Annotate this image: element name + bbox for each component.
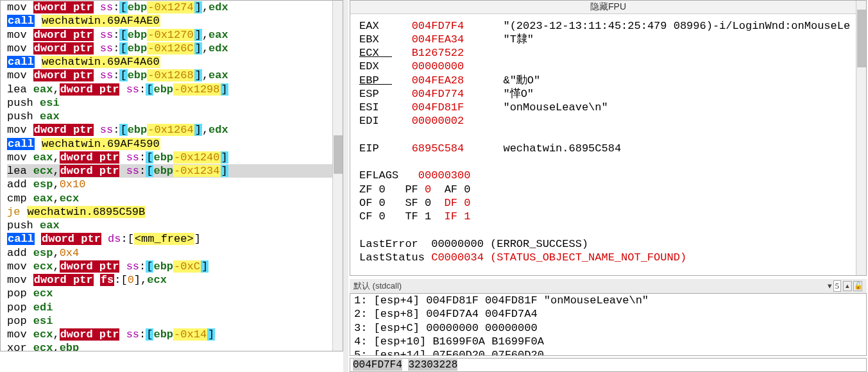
flags-row[interactable]: ZF 0 PF 0 AF 0 — [359, 183, 857, 196]
chevron-down-icon[interactable]: ▾ — [828, 281, 832, 291]
eflags-row[interactable]: EFLAGS 00000300 — [359, 169, 857, 182]
disasm-line[interactable]: mov dword ptr ss:[ebp-0x1268],eax — [7, 69, 337, 82]
eip-row[interactable]: EIP 6895C584 wechatwin.6895C584 — [359, 142, 857, 155]
spin-up-icon[interactable]: ▴ — [843, 281, 852, 291]
scrollbar[interactable] — [332, 1, 343, 351]
register-row[interactable]: ECX B1267522 — [359, 46, 857, 60]
disasm-line[interactable]: add esp,0x4 — [7, 246, 337, 260]
register-row[interactable]: ESI 004FD81F "onMouseLeave\n" — [359, 101, 857, 114]
disasm-line[interactable]: add esp,0x10 — [7, 178, 337, 191]
lasterror-row[interactable]: LastError 00000000 (ERROR_SUCCESS) — [359, 237, 857, 251]
call-convention-bar: 默认 (stdcall) ▾ 5 ▴ 🔓 — [350, 279, 867, 293]
disasm-line[interactable]: call dword ptr ds:[<mm_free>] — [7, 232, 337, 246]
disasm-line[interactable]: call wechatwin.69AF4A60 — [7, 55, 337, 69]
vertical-splitter[interactable] — [343, 0, 348, 372]
stack-param-row[interactable]: 1: [esp+4] 004FD81F 004FD81F "onMouseLea… — [350, 294, 866, 307]
register-row[interactable]: EDX 00000000 — [359, 60, 857, 73]
disasm-line[interactable]: mov dword ptr ss:[ebp-0x1264],edx — [7, 123, 337, 137]
disasm-line[interactable]: mov dword ptr fs:[0],ecx — [7, 273, 337, 287]
stack-params-pane[interactable]: 1: [esp+4] 004FD81F 004FD81F "onMouseLea… — [350, 293, 867, 356]
register-row[interactable]: EBX 004FEA34 "T隸" — [359, 33, 857, 46]
disasm-line[interactable]: mov dword ptr ss:[ebp-0x126C],edx — [7, 42, 337, 55]
register-row[interactable]: EBP 004FEA28 &"勳O" — [359, 74, 857, 87]
hide-fpu-button[interactable]: 隐藏FPU — [350, 1, 866, 14]
stack-param-row[interactable]: 5: [esp+14] 07F60D20 07F60D20 — [350, 348, 866, 356]
disasm-line[interactable]: mov ecx,dword ptr ss:[ebp-0xC] — [7, 260, 337, 273]
disasm-line[interactable]: push eax — [7, 110, 337, 123]
disasm-line[interactable]: mov dword ptr ss:[ebp-0x1270],eax — [7, 28, 337, 42]
disasm-line[interactable]: mov eax,dword ptr ss:[ebp-0x1240] — [7, 151, 337, 164]
disassembly-list[interactable]: mov dword ptr ss:[ebp-0x1274],edxcall we… — [1, 1, 343, 351]
disassembly-pane[interactable]: mov dword ptr ss:[ebp-0x1274],edxcall we… — [0, 0, 343, 351]
disasm-line[interactable]: je wechatwin.6895C59B — [7, 205, 337, 219]
disasm-line[interactable]: call wechatwin.69AF4590 — [7, 137, 337, 151]
register-row[interactable]: ESP 004FD774 "愅O" — [359, 87, 857, 101]
dump-row[interactable]: 004FD7F4 32303228 — [350, 359, 866, 371]
disasm-line[interactable]: cmp eax,ecx — [7, 192, 337, 205]
stack-param-row[interactable]: 3: [esp+C] 00000000 00000000 — [350, 321, 866, 335]
stack-param-row[interactable]: 2: [esp+8] 004FD7A4 004FD7A4 — [350, 307, 866, 321]
disasm-line[interactable]: lea ecx,dword ptr ss:[ebp-0x1234] — [7, 164, 337, 178]
register-row[interactable]: EAX 004FD7F4 "(2023-12-13:11:45:25:479 0… — [359, 19, 857, 33]
registers-pane[interactable]: 隐藏FPU EAX 004FD7F4 "(2023-12-13:11:45:25… — [350, 0, 867, 276]
disasm-line[interactable]: xor ecx,ebp — [7, 341, 337, 351]
laststatus-row[interactable]: LastStatus C0000034 (STATUS_OBJECT_NAME_… — [359, 251, 857, 264]
param-count-field[interactable]: 5 — [833, 280, 842, 292]
scrollbar[interactable] — [856, 1, 866, 275]
registers-list: EAX 004FD7F4 "(2023-12-13:11:45:25:479 0… — [350, 14, 866, 265]
disasm-line[interactable]: lea eax,dword ptr ss:[ebp-0x1298] — [7, 83, 337, 96]
disasm-line[interactable]: pop edi — [7, 301, 337, 314]
flags-row[interactable]: OF 0 SF 0 DF 0 — [359, 196, 857, 210]
unlock-icon[interactable]: 🔓 — [853, 281, 862, 291]
disasm-line[interactable]: mov dword ptr ss:[ebp-0x1274],edx — [7, 1, 337, 14]
dump-pane[interactable]: 004FD7F4 32303228 — [350, 358, 867, 372]
disasm-line[interactable]: call wechatwin.69AF4AE0 — [7, 14, 337, 28]
disasm-line[interactable]: mov ecx,dword ptr ss:[ebp-0x14] — [7, 328, 337, 341]
disasm-line[interactable]: push esi — [7, 96, 337, 110]
stack-param-row[interactable]: 4: [esp+10] B1699F0A B1699F0A — [350, 335, 866, 348]
disasm-line[interactable]: push eax — [7, 219, 337, 232]
register-row[interactable]: EDI 00000002 — [359, 114, 857, 128]
disasm-line[interactable]: pop esi — [7, 314, 337, 328]
flags-row[interactable]: CF 0 TF 1 IF 1 — [359, 210, 857, 223]
call-convention-select[interactable]: 默认 (stdcall) — [353, 281, 402, 291]
disasm-line[interactable]: pop ecx — [7, 287, 337, 300]
